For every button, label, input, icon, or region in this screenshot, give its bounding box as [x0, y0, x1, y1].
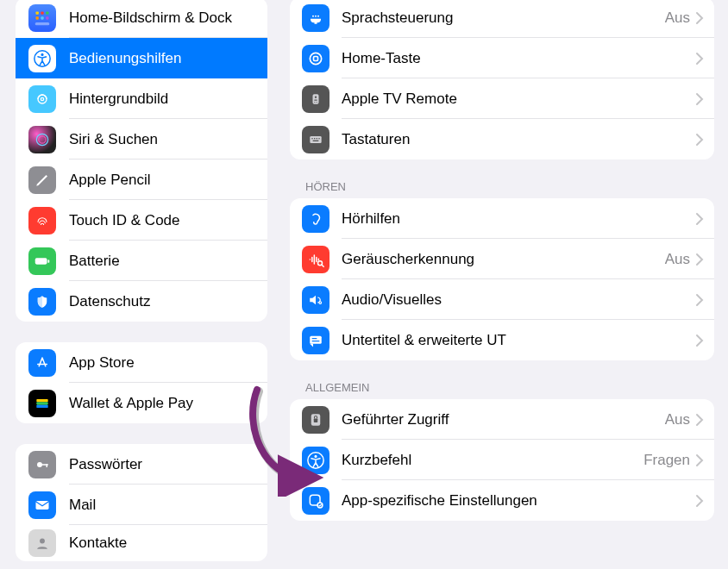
sidebar-group-store: App Store Wallet & Apple Pay — [16, 342, 267, 423]
svg-rect-0 — [36, 11, 39, 14]
svg-rect-34 — [311, 138, 312, 139]
pencil-icon — [28, 166, 56, 194]
svg-point-18 — [37, 462, 42, 467]
svg-point-10 — [41, 97, 43, 100]
audio-visual-icon — [302, 286, 329, 314]
row-keyboards[interactable]: Tastaturen — [290, 119, 714, 159]
chevron-right-icon — [695, 293, 704, 307]
guided-access-icon — [302, 406, 329, 434]
section-touch: Sprachsteuerung Aus Home-Taste Apple TV … — [290, 0, 714, 159]
svg-rect-16 — [36, 402, 47, 404]
svg-rect-2 — [46, 11, 48, 14]
svg-rect-17 — [36, 404, 47, 407]
svg-rect-5 — [46, 16, 48, 19]
sidebar-item-label: Passwörter — [69, 456, 142, 473]
sound-recognition-icon — [302, 246, 329, 273]
keyboard-icon — [302, 126, 329, 153]
appstore-icon — [28, 349, 56, 377]
svg-rect-3 — [36, 16, 39, 19]
row-guided-access[interactable]: Geführter Zugriff Aus — [290, 399, 714, 440]
section-header-hearing: HÖREN — [290, 159, 714, 198]
sidebar-item-label: Apple Pencil — [69, 172, 151, 189]
row-subtitles[interactable]: Untertitel & erweiterte UT — [290, 320, 714, 360]
svg-rect-6 — [35, 22, 50, 25]
chevron-right-icon — [695, 494, 704, 508]
sidebar-item-label: Mail — [69, 497, 96, 514]
svg-rect-21 — [36, 501, 49, 510]
svg-rect-36 — [317, 138, 317, 139]
chevron-right-icon — [695, 453, 704, 467]
sidebar-item-wallpaper[interactable]: Hintergrundbild — [16, 78, 267, 119]
sidebar-item-mail[interactable]: Mail — [16, 485, 267, 525]
sidebar-group-general: Home-Bildschirm & Dock Bedienungshilfen … — [16, 0, 267, 322]
passwords-icon — [28, 451, 56, 478]
row-home-button[interactable]: Home-Taste — [290, 38, 714, 78]
sidebar-item-home-dock[interactable]: Home-Bildschirm & Dock — [16, 0, 267, 38]
svg-rect-37 — [318, 138, 319, 139]
wallet-icon — [28, 390, 56, 417]
sidebar-item-contacts[interactable]: Kontakte — [16, 525, 267, 561]
sidebar-item-label: Kontakte — [69, 535, 127, 552]
row-sound-recognition[interactable]: Geräuscherkennung Aus — [290, 239, 714, 279]
tv-remote-icon — [302, 85, 329, 113]
sidebar-item-label: Batterie — [69, 253, 120, 270]
chevron-right-icon — [695, 334, 704, 347]
svg-rect-14 — [47, 259, 49, 263]
row-value: Aus — [665, 411, 690, 428]
svg-rect-20 — [47, 464, 48, 467]
accessibility-detail: Sprachsteuerung Aus Home-Taste Apple TV … — [276, 0, 728, 569]
svg-rect-30 — [314, 99, 317, 100]
section-general: Geführter Zugriff Aus Kurzbefehl Fragen … — [290, 399, 714, 521]
sidebar-item-appstore[interactable]: App Store — [16, 342, 267, 383]
subtitles-icon — [302, 327, 329, 354]
svg-point-24 — [315, 15, 317, 16]
hearing-icon — [302, 205, 329, 233]
battery-icon — [28, 247, 56, 275]
row-voice-control[interactable]: Sprachsteuerung Aus — [290, 0, 714, 38]
sidebar-item-label: Wallet & Apple Pay — [69, 395, 193, 412]
sidebar-item-wallet[interactable]: Wallet & Apple Pay — [16, 383, 267, 423]
row-label: Sprachsteuerung — [342, 9, 665, 27]
chevron-right-icon — [695, 11, 704, 25]
siri-icon — [28, 126, 56, 153]
svg-point-22 — [40, 539, 45, 544]
svg-rect-33 — [310, 136, 321, 143]
svg-point-26 — [310, 53, 321, 64]
sidebar-item-pencil[interactable]: Apple Pencil — [16, 159, 267, 200]
row-label: Geräuscherkennung — [342, 251, 665, 268]
voice-control-icon — [302, 4, 329, 32]
chevron-right-icon — [695, 253, 704, 266]
row-label: Apple TV Remote — [342, 91, 690, 108]
sidebar-item-label: Bedienungshilfen — [69, 50, 181, 67]
svg-point-12 — [39, 135, 46, 142]
svg-point-48 — [314, 454, 317, 457]
sidebar-item-accessibility[interactable]: Bedienungshilfen — [16, 38, 267, 78]
row-hearing-aids[interactable]: Hörhilfen — [290, 198, 714, 239]
sidebar-item-privacy[interactable]: Datenschutz — [16, 281, 267, 322]
svg-rect-44 — [312, 341, 320, 341]
sidebar-item-siri[interactable]: Siri & Suchen — [16, 119, 267, 159]
sidebar-item-label: Hintergrundbild — [69, 91, 168, 108]
sidebar-item-label: App Store — [69, 354, 135, 372]
sidebar-item-battery[interactable]: Batterie — [16, 241, 267, 281]
row-value: Aus — [665, 251, 690, 268]
svg-rect-28 — [313, 94, 319, 104]
row-tv-remote[interactable]: Apple TV Remote — [290, 78, 714, 119]
row-label: Hörhilfen — [342, 210, 690, 228]
row-label: Untertitel & erweiterte UT — [342, 332, 690, 349]
sidebar-item-touchid[interactable]: Touch ID & Code — [16, 200, 267, 241]
row-audio-visual[interactable]: Audio/Visuelles — [290, 279, 714, 320]
svg-rect-43 — [312, 338, 317, 339]
row-per-app-settings[interactable]: App-spezifische Einstellungen — [290, 480, 714, 521]
svg-rect-27 — [314, 56, 318, 60]
row-label: Tastaturen — [342, 131, 690, 148]
chevron-right-icon — [695, 413, 704, 427]
sidebar-item-passwords[interactable]: Passwörter — [16, 444, 267, 485]
row-accessibility-shortcut[interactable]: Kurzbefehl Fragen — [290, 440, 714, 480]
privacy-icon — [28, 288, 56, 316]
svg-point-41 — [320, 302, 322, 303]
sidebar-item-label: Datenschutz — [69, 293, 151, 310]
svg-rect-35 — [314, 138, 315, 139]
row-value: Fragen — [643, 452, 690, 469]
row-label: Kurzbefehl — [342, 452, 643, 469]
